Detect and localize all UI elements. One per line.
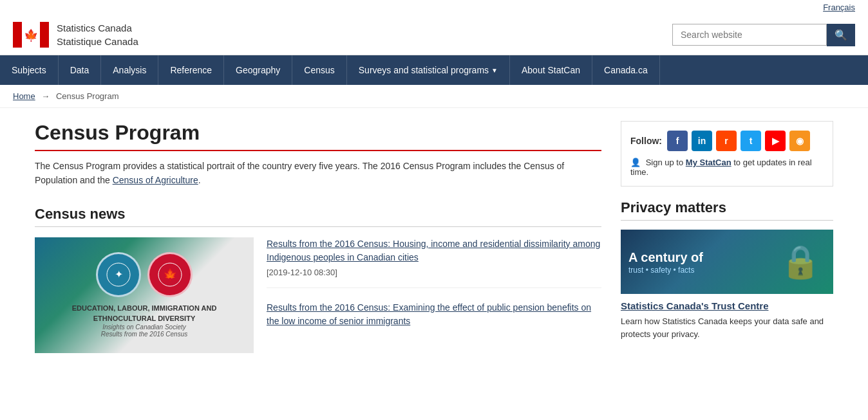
content-left: Census Program The Census Program provid…: [35, 121, 601, 354]
news-article-1-date: [2019-12-10 08:30]: [267, 268, 337, 277]
follow-row: Follow: f in r t ▶ ◉: [630, 131, 824, 151]
news-article-2-link[interactable]: Results from the 2016 Census: Examining …: [267, 301, 601, 328]
follow-box: Follow: f in r t ▶ ◉ 👤 Sign up to My Sta…: [621, 121, 833, 187]
youtube-icon[interactable]: ▶: [765, 131, 786, 151]
logo-area: 🍁 Statistics Canada Statistique Canada: [13, 21, 672, 48]
news-article-1-link[interactable]: Results from the 2016 Census: Housing, i…: [267, 237, 601, 264]
signup-row: 👤 Sign up to My StatCan to get updates i…: [630, 158, 824, 177]
trust-centre-link[interactable]: Statistics Canada's Trust Centre: [621, 300, 833, 311]
reddit-icon[interactable]: r: [716, 131, 737, 151]
header: 🍁 Statistics Canada Statistique Canada 🔍: [0, 15, 868, 55]
svg-text:✦: ✦: [115, 269, 123, 280]
privacy-image: A century of trust • safety • facts 🔒: [621, 230, 833, 294]
search-input[interactable]: [672, 24, 827, 46]
rss-icon[interactable]: ◉: [789, 131, 810, 151]
news-image-block: ✦ 🍁 EDUCATION, LABOUR, IMMIGRATION and E…: [35, 237, 254, 354]
breadcrumb-home[interactable]: Home: [13, 91, 35, 101]
news-image: ✦ 🍁 EDUCATION, LABOUR, IMMIGRATION and E…: [35, 237, 254, 353]
main-content: Census Program The Census Program provid…: [22, 108, 846, 367]
linkedin-icon[interactable]: in: [692, 131, 712, 151]
nav-subjects[interactable]: Subjects: [0, 55, 59, 85]
privacy-image-heading: A century of: [628, 249, 703, 266]
mystatcan-link[interactable]: My StatCan: [686, 158, 731, 167]
page-description: The Census Program provides a statistica…: [35, 159, 601, 188]
privacy-section: Privacy matters A century of trust • saf…: [621, 199, 833, 340]
svg-rect-1: [13, 22, 22, 48]
svg-text:🍁: 🍁: [24, 28, 39, 42]
news-article-2: Results from the 2016 Census: Examining …: [267, 301, 601, 341]
census-agriculture-link[interactable]: Census of Agriculture: [113, 175, 198, 185]
canada-flag-icon: 🍁: [13, 22, 49, 48]
news-circle-red: 🍁: [147, 252, 193, 297]
nav-census[interactable]: Census: [292, 55, 346, 85]
logo-text: Statistics Canada Statistique Canada: [57, 21, 138, 48]
svg-rect-2: [40, 22, 49, 48]
news-image-sub: Insights on Canadian SocietyResults from…: [101, 324, 188, 338]
census-news-title: Census news: [35, 206, 601, 227]
follow-label: Follow:: [630, 136, 662, 146]
news-articles: Results from the 2016 Census: Housing, i…: [267, 237, 601, 354]
news-article-1: Results from the 2016 Census: Housing, i…: [267, 237, 601, 288]
search-area: 🔍: [672, 24, 855, 46]
breadcrumb-current: Census Program: [56, 91, 119, 101]
breadcrumb: Home → Census Program: [0, 85, 868, 108]
breadcrumb-separator: →: [41, 91, 50, 101]
nav-geography[interactable]: Geography: [224, 55, 292, 85]
privacy-image-sub: trust • safety • facts: [628, 266, 703, 275]
svg-text:🍁: 🍁: [163, 268, 178, 282]
nav-analysis[interactable]: Analysis: [101, 55, 158, 85]
main-nav: Subjects Data Analysis Reference Geograp…: [0, 55, 868, 85]
top-bar: Français: [0, 0, 868, 15]
search-button[interactable]: 🔍: [827, 24, 855, 46]
person-icon: 👤: [630, 158, 641, 167]
nav-data[interactable]: Data: [59, 55, 102, 85]
nav-reference[interactable]: Reference: [158, 55, 224, 85]
page-title: Census Program: [35, 121, 601, 151]
news-circle-blue: ✦: [96, 252, 141, 297]
twitter-icon[interactable]: t: [741, 131, 761, 151]
nav-canada[interactable]: Canada.ca: [592, 55, 660, 85]
news-circles: ✦ 🍁: [96, 252, 193, 297]
content-right: Follow: f in r t ▶ ◉ 👤 Sign up to My Sta…: [621, 121, 833, 354]
news-image-caption: EDUCATION, LABOUR, IMMIGRATION and ETHNO…: [35, 304, 254, 324]
nav-surveys[interactable]: Surveys and statistical programs ▼: [347, 55, 510, 85]
facebook-icon[interactable]: f: [667, 131, 688, 151]
privacy-description: Learn how Statistics Canada keeps your d…: [621, 315, 833, 340]
francais-link[interactable]: Français: [823, 3, 855, 12]
nav-about[interactable]: About StatCan: [510, 55, 592, 85]
social-icons: f in r t ▶ ◉: [667, 131, 810, 151]
news-grid: ✦ 🍁 EDUCATION, LABOUR, IMMIGRATION and E…: [35, 237, 601, 354]
lock-icon: 🔒: [780, 243, 820, 280]
privacy-title: Privacy matters: [621, 199, 833, 221]
surveys-dropdown-arrow: ▼: [491, 67, 498, 74]
